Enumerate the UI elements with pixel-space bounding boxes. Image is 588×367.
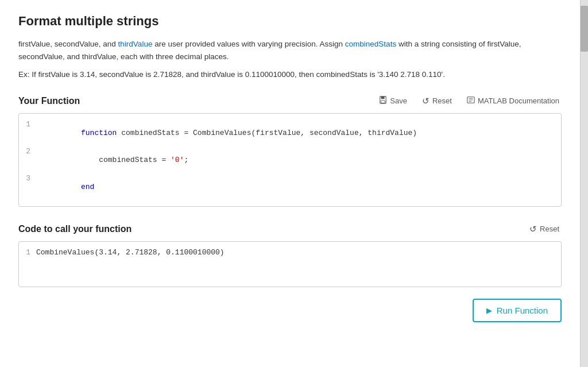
highlight-thirdvalue: thirdValue [118, 40, 153, 48]
save-icon [379, 96, 387, 106]
main-content: Format multiple strings firstValue, seco… [0, 0, 580, 367]
reset-function-button[interactable]: Reset [420, 95, 454, 107]
call-section-label: Code to call your function [18, 224, 131, 234]
matlab-docs-icon [467, 96, 475, 106]
run-function-container: ▶ Run Function [18, 299, 562, 322]
code-indent: combinedStats = [81, 156, 171, 164]
code-text-3: end [36, 174, 94, 200]
call-section-header: Code to call your function Reset [18, 223, 562, 235]
function-section-header: Your Function Save Reset [18, 95, 562, 107]
page-container: Format multiple strings firstValue, seco… [0, 0, 588, 367]
highlight-combinedstats: combinedStats [345, 40, 396, 48]
call-code-line-1: 1 CombineValues(3.14, 2.71828, 0.1100010… [19, 248, 561, 259]
code-line-2: 2 combinedStats = '0'; [19, 146, 561, 173]
call-section: Code to call your function Reset 1 Combi… [18, 223, 562, 287]
matlab-docs-label: MATLAB Documentation [478, 96, 559, 105]
your-function-label: Your Function [18, 96, 80, 106]
code-text-2: combinedStats = '0'; [36, 147, 188, 173]
string-literal: '0' [171, 156, 184, 164]
keyword-function: function [81, 129, 117, 137]
line-number-2: 2 [19, 147, 36, 156]
page-title: Format multiple strings [18, 14, 562, 29]
code-line-1: 1 function combinedStats = CombineValues… [19, 119, 561, 146]
example-text: Ex: If firstValue is 3.14, secondValue i… [18, 68, 562, 81]
svg-rect-1 [381, 96, 385, 99]
code-text-1: function combinedStats = CombineValues(f… [36, 120, 417, 146]
semicolon: ; [184, 156, 188, 164]
code-content-1: combinedStats = CombineValues(firstValue… [117, 129, 417, 137]
reset-call-label: Reset [540, 225, 559, 233]
scrollbar[interactable] [580, 0, 588, 367]
line-number-1: 1 [19, 120, 36, 129]
run-function-label: Run Function [497, 306, 548, 315]
description-text: firstValue, secondValue, and thirdValue … [18, 38, 562, 63]
reset-call-button[interactable]: Reset [527, 223, 562, 235]
call-line-number-1: 1 [19, 248, 36, 257]
scrollbar-thumb[interactable] [581, 6, 588, 52]
save-label: Save [390, 96, 407, 105]
reset-call-icon [529, 224, 537, 234]
keyword-end: end [81, 183, 94, 191]
line-number-3: 3 [19, 174, 36, 183]
function-code-editor[interactable]: 1 function combinedStats = CombineValues… [18, 113, 562, 207]
svg-rect-2 [381, 101, 385, 103]
run-function-button[interactable]: ▶ Run Function [473, 299, 562, 322]
toolbar-buttons: Save Reset MATLAB Documen [377, 95, 562, 107]
play-icon: ▶ [486, 306, 492, 315]
save-button[interactable]: Save [377, 95, 409, 107]
reset-function-icon [422, 96, 430, 106]
code-line-3: 3 end [19, 173, 561, 200]
reset-function-label: Reset [432, 96, 452, 105]
call-code-text-1: CombineValues(3.14, 2.71828, 0.110001000… [36, 248, 225, 257]
matlab-docs-button[interactable]: MATLAB Documentation [465, 95, 562, 107]
call-code-editor[interactable]: 1 CombineValues(3.14, 2.71828, 0.1100010… [18, 241, 562, 287]
